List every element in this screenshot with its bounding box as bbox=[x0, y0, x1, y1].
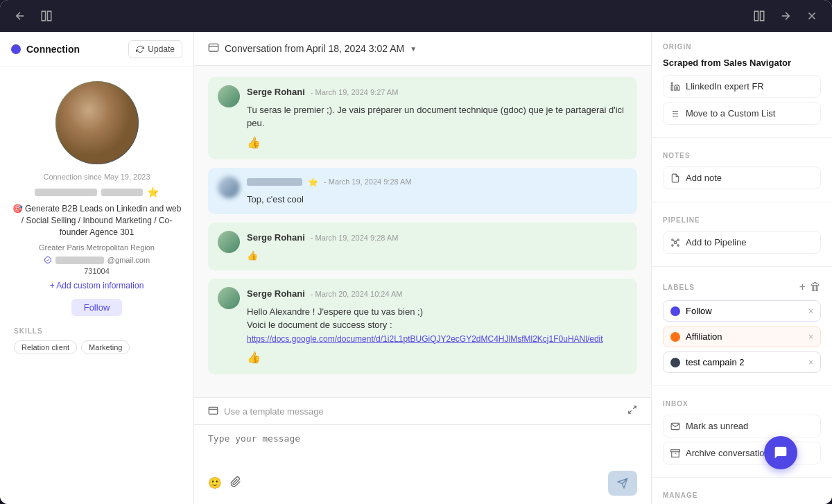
label-name-follow: Follow bbox=[686, 306, 712, 316]
sender-avatar-other bbox=[218, 176, 240, 198]
chat-float-icon bbox=[774, 446, 788, 460]
back-button[interactable] bbox=[11, 7, 29, 25]
skill-tag-0: Relation client bbox=[14, 340, 77, 354]
emoji-picker-icon[interactable]: 🙂 bbox=[208, 476, 222, 490]
svg-point-9 bbox=[672, 238, 673, 240]
template-placeholder[interactable]: Use a template message bbox=[224, 406, 324, 417]
verified-icon bbox=[44, 256, 52, 264]
note-icon bbox=[670, 173, 680, 183]
sender-avatar bbox=[218, 287, 240, 309]
message-footer: 🙂 bbox=[194, 465, 651, 504]
label-follow: Follow × bbox=[663, 300, 821, 322]
mark-unread-row[interactable]: Mark as unread bbox=[663, 415, 821, 437]
expand-icon[interactable] bbox=[627, 405, 637, 417]
messages-area: Serge Rohani - March 19, 2024 9:27 AM Tu… bbox=[194, 66, 651, 397]
manage-section: MANAGE bbox=[652, 480, 832, 504]
message-text: 👍 bbox=[247, 249, 627, 263]
notes-section: NOTES Add note bbox=[652, 141, 832, 199]
remove-label-follow[interactable]: × bbox=[808, 306, 813, 316]
svg-rect-4 bbox=[209, 44, 218, 51]
sender-name: Serge Rohani bbox=[247, 287, 305, 301]
follow-button[interactable]: Follow bbox=[71, 299, 123, 316]
move-custom-list-row[interactable]: Move to a Custom List bbox=[663, 102, 821, 125]
add-label-icon[interactable]: + bbox=[799, 281, 806, 293]
move-custom-list-label: Move to a Custom List bbox=[686, 108, 775, 119]
svg-point-11 bbox=[672, 244, 673, 245]
star-icon: ⭐ bbox=[147, 186, 159, 198]
add-custom-info-label: + Add custom information bbox=[50, 281, 144, 290]
manage-label: MANAGE bbox=[663, 492, 821, 499]
message-emoji: 👍 bbox=[247, 349, 627, 366]
add-note-label: Add note bbox=[686, 173, 722, 183]
message-input[interactable] bbox=[208, 433, 637, 454]
template-icon bbox=[208, 406, 218, 417]
skill-tag-1: Marketing bbox=[81, 340, 130, 354]
attachment-icon[interactable] bbox=[230, 476, 241, 490]
dropdown-icon[interactable]: ▼ bbox=[410, 45, 417, 53]
message-link[interactable]: https://docs.google.com/document/d/1i2L1… bbox=[247, 334, 603, 344]
add-pipeline-row[interactable]: Add to Pipeline bbox=[663, 231, 821, 254]
linkedin-list-row[interactable]: LlinkedIn expert FR bbox=[663, 75, 821, 98]
pipeline-icon bbox=[670, 238, 680, 247]
notes-label: NOTES bbox=[663, 152, 821, 159]
divider bbox=[652, 266, 832, 267]
label-actions: + 🗑 bbox=[799, 281, 821, 293]
label-name-affiliation: Affiliation bbox=[686, 331, 722, 342]
mark-unread-label: Mark as unread bbox=[686, 421, 748, 431]
skills-tags: Relation client Marketing bbox=[14, 340, 180, 354]
inbox-label: INBOX bbox=[663, 400, 821, 408]
labels-header: LABELS + 🗑 bbox=[663, 281, 821, 293]
add-custom-info-button[interactable]: + Add custom information bbox=[50, 281, 144, 290]
update-label: Update bbox=[148, 44, 175, 54]
skills-section: SKILLS Relation client Marketing bbox=[11, 327, 182, 354]
message-time: - March 20, 2024 10:24 AM bbox=[311, 288, 403, 300]
right-panel: ORIGIN Scraped from Sales Navigator Llin… bbox=[652, 32, 832, 504]
pipeline-label: PIPELINE bbox=[663, 216, 821, 224]
svg-rect-3 bbox=[761, 11, 764, 21]
delete-label-icon[interactable]: 🗑 bbox=[810, 281, 821, 293]
message-bubble: Serge Rohani - March 20, 2024 10:24 AM H… bbox=[208, 279, 637, 374]
labels-label: LABELS bbox=[663, 284, 695, 291]
phone-number: 731004 bbox=[84, 267, 110, 275]
remove-label-campaign[interactable]: × bbox=[808, 358, 813, 367]
email-blurred bbox=[55, 257, 104, 264]
send-button[interactable] bbox=[608, 471, 637, 496]
message-time: - March 19, 2024 9:27 AM bbox=[311, 87, 399, 98]
label-name-campaign: test campain 2 bbox=[686, 357, 745, 367]
send-icon bbox=[617, 478, 628, 489]
add-pipeline-label: Add to Pipeline bbox=[686, 237, 746, 247]
svg-rect-0 bbox=[42, 11, 45, 21]
name-row: ⭐ bbox=[35, 186, 159, 198]
svg-point-7 bbox=[674, 241, 677, 244]
archive-conversation-label: Archive conversation bbox=[686, 448, 770, 458]
conversation-title: Conversation from April 18, 2024 3:02 AM bbox=[225, 43, 404, 54]
message-text: Tu seras le premier ;). Je vais préparer… bbox=[247, 103, 627, 130]
pipeline-section: PIPELINE Add to Pipeline bbox=[652, 205, 832, 263]
update-button[interactable]: Update bbox=[128, 40, 182, 58]
message-time: - March 19, 2024 9:28 AM bbox=[324, 176, 412, 188]
layout-toggle-right-button[interactable] bbox=[750, 7, 768, 25]
forward-button[interactable] bbox=[777, 7, 795, 25]
divider bbox=[652, 477, 832, 478]
svg-rect-2 bbox=[754, 11, 758, 21]
add-note-row[interactable]: Add note bbox=[663, 166, 821, 189]
remove-label-affiliation[interactable]: × bbox=[808, 332, 813, 342]
message-text: Top, c'est cool bbox=[247, 193, 627, 207]
origin-value: Scraped from Sales Navigator bbox=[663, 58, 821, 68]
svg-line-13 bbox=[675, 241, 677, 241]
svg-line-12 bbox=[673, 241, 675, 241]
layout-toggle-button[interactable] bbox=[37, 7, 55, 25]
connection-status-dot bbox=[11, 44, 21, 54]
message-input-area bbox=[194, 424, 651, 465]
close-button[interactable] bbox=[803, 7, 821, 25]
label-affiliation: Affiliation × bbox=[663, 326, 821, 347]
sender-avatar bbox=[218, 231, 240, 253]
inbox-section: INBOX Mark as unread Archive conversatio… bbox=[652, 389, 832, 474]
message-emoji: 👍 bbox=[247, 134, 627, 151]
profile-title: 🎯 Generate B2B Leads on Linkedin and web… bbox=[11, 203, 182, 238]
linkedin-icon bbox=[670, 82, 680, 92]
avatar bbox=[55, 81, 139, 164]
middle-panel: Conversation from April 18, 2024 3:02 AM… bbox=[194, 32, 652, 504]
origin-label: ORIGIN bbox=[663, 43, 821, 51]
svg-point-8 bbox=[677, 238, 679, 240]
